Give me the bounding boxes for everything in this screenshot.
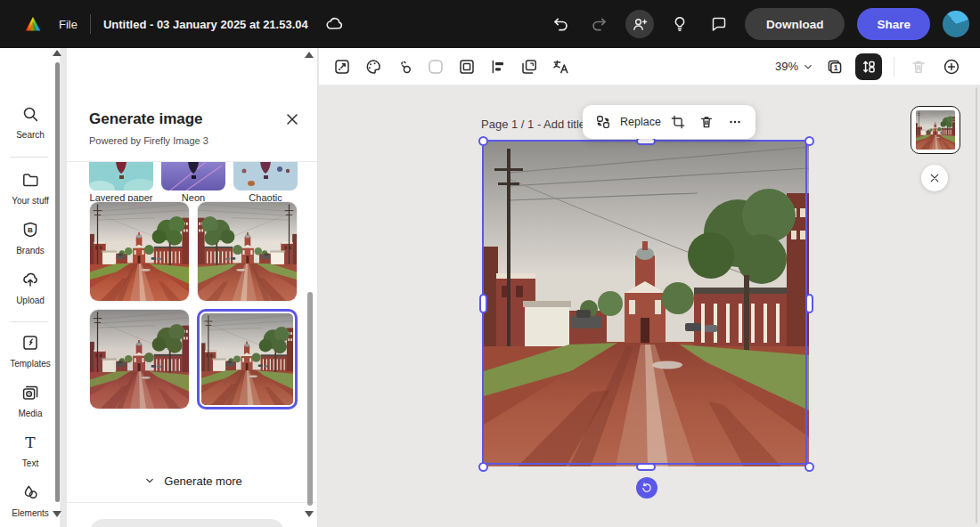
topbar-divider — [90, 14, 91, 34]
adobe-express-logo-icon — [24, 15, 42, 33]
add-page-button[interactable] — [939, 54, 964, 79]
sidebar-item-elements[interactable]: Elements — [0, 483, 61, 518]
panel-scroll-up[interactable] — [305, 52, 314, 58]
result-image — [198, 202, 297, 301]
result-thumbnail-1[interactable] — [89, 201, 190, 302]
panel-divider — [67, 502, 318, 503]
result-thumbnail-2[interactable] — [197, 201, 298, 302]
style-option-neon[interactable] — [161, 162, 225, 191]
generate-image-panel: Generate image Powered by Firefly Image … — [67, 48, 318, 527]
delete-page-button-disabled[interactable] — [906, 54, 931, 79]
sidebar-item-label: Text — [0, 458, 61, 468]
sidebar-item-label: Elements — [0, 508, 61, 518]
selection-handle-top-right[interactable] — [804, 136, 814, 146]
translate-button[interactable] — [548, 54, 573, 79]
style-option-layered-paper[interactable] — [89, 162, 153, 191]
selection-handle-right[interactable] — [805, 294, 813, 313]
sidebar-item-label: Upload — [0, 296, 61, 305]
sidebar-item-search[interactable]: Search — [0, 105, 61, 140]
avatar[interactable] — [943, 11, 969, 37]
page-label[interactable]: Page 1 / 1 - Add title — [481, 118, 585, 131]
folder-icon — [21, 171, 39, 189]
sidebar-item-text[interactable]: T Text — [0, 434, 61, 468]
download-button[interactable]: Download — [745, 8, 845, 40]
file-menu[interactable]: File — [59, 18, 78, 31]
align-button[interactable] — [486, 54, 510, 79]
pages-overview-button[interactable]: 1 — [822, 54, 847, 79]
toolbar-divider — [894, 57, 894, 77]
panel-title: Generate image — [89, 110, 203, 128]
text-icon: T — [21, 434, 39, 451]
canvas-area[interactable]: Page 1 / 1 - Add title Replace — [319, 85, 980, 527]
sidebar-divider — [11, 321, 48, 322]
lightbulb-icon[interactable] — [666, 11, 693, 37]
style-thumb-image — [89, 162, 153, 191]
canvas-scrollbar[interactable] — [976, 87, 977, 523]
top-bar: File Untitled - 03 January 2025 at 21.53… — [0, 0, 980, 48]
sidebar-scroll-down[interactable] — [53, 511, 61, 517]
generated-image — [484, 142, 809, 466]
replace-label[interactable]: Replace — [620, 116, 661, 128]
selection-handle-bottom[interactable] — [636, 463, 656, 471]
page-thumbnail-image — [915, 110, 956, 150]
selection-handle-bottom-left[interactable] — [478, 462, 488, 472]
delete-object-button[interactable] — [695, 110, 718, 134]
cloud-sync-icon[interactable] — [321, 11, 347, 37]
style-option-chaotic[interactable] — [233, 162, 298, 191]
sidebar-item-label: Your stuff — [0, 196, 61, 206]
duplicate-page-button[interactable] — [517, 54, 542, 79]
close-panel-button[interactable] — [921, 165, 948, 191]
color-theme-button[interactable] — [361, 54, 386, 79]
panel-subtitle: Powered by Firefly Image 3 — [89, 135, 208, 146]
rotate-handle[interactable] — [636, 477, 657, 499]
result-image — [90, 310, 189, 409]
adobe-express-logo[interactable] — [20, 11, 46, 37]
invite-people-button[interactable] — [625, 10, 654, 38]
sidebar-item-label: Brands — [0, 246, 61, 255]
result-thumbnail-3[interactable] — [89, 309, 190, 409]
generate-more-button[interactable]: Generate more — [67, 474, 318, 488]
sidebar-divider — [11, 157, 48, 158]
generate-button[interactable]: Generate — [89, 519, 285, 527]
sidebar-item-brands[interactable]: B Brands — [0, 221, 61, 255]
page-thumbnail-selected[interactable] — [911, 106, 960, 154]
result-image — [90, 202, 189, 301]
redo-button[interactable] — [586, 11, 613, 37]
sidebar-item-media[interactable]: Media — [0, 384, 61, 418]
panel-close-button[interactable] — [282, 109, 303, 130]
selection-handle-left[interactable] — [479, 294, 487, 313]
cloud-upload-icon — [21, 271, 39, 288]
sidebar-item-your-stuff[interactable]: Your stuff — [0, 171, 61, 206]
result-thumbnail-4-selected[interactable] — [197, 309, 298, 409]
frame-margins-button[interactable] — [454, 54, 479, 79]
resize-button[interactable] — [330, 54, 355, 79]
animate-button[interactable] — [392, 54, 417, 79]
share-button[interactable]: Share — [857, 8, 930, 40]
selection-handle-bottom-right[interactable] — [804, 462, 814, 472]
reorder-pages-button-active[interactable] — [855, 53, 882, 80]
zoom-level: 39% — [775, 60, 798, 73]
panel-scroll-down[interactable] — [305, 511, 314, 517]
sidebar-item-templates[interactable]: Templates — [0, 334, 61, 369]
search-icon — [21, 105, 39, 123]
crop-button[interactable] — [666, 110, 690, 134]
undo-button[interactable] — [547, 11, 574, 37]
background-color-button[interactable] — [423, 54, 448, 79]
sidebar-item-upload[interactable]: Upload — [0, 271, 61, 305]
replace-button[interactable] — [592, 110, 615, 134]
selection-handle-top-left[interactable] — [478, 136, 488, 146]
selected-generated-image[interactable] — [484, 142, 809, 466]
sidebar-scroll-up[interactable] — [53, 50, 61, 56]
workspace-toolbar: 39% 1 — [319, 48, 980, 85]
sidebar-scrollbar[interactable] — [55, 62, 60, 502]
sidebar-item-label: Search — [0, 130, 61, 140]
style-thumb-image — [161, 162, 225, 191]
panel-scrollbar[interactable] — [307, 292, 313, 506]
more-options-button[interactable] — [723, 110, 747, 134]
feedback-chat-icon[interactable] — [706, 11, 732, 37]
zoom-control[interactable]: 39% — [775, 60, 814, 73]
sidebar-item-label: Templates — [0, 359, 61, 369]
document-title[interactable]: Untitled - 03 January 2025 at 21.53.04 — [103, 18, 308, 31]
context-toolbar: Replace — [583, 105, 755, 139]
close-icon — [283, 110, 301, 128]
